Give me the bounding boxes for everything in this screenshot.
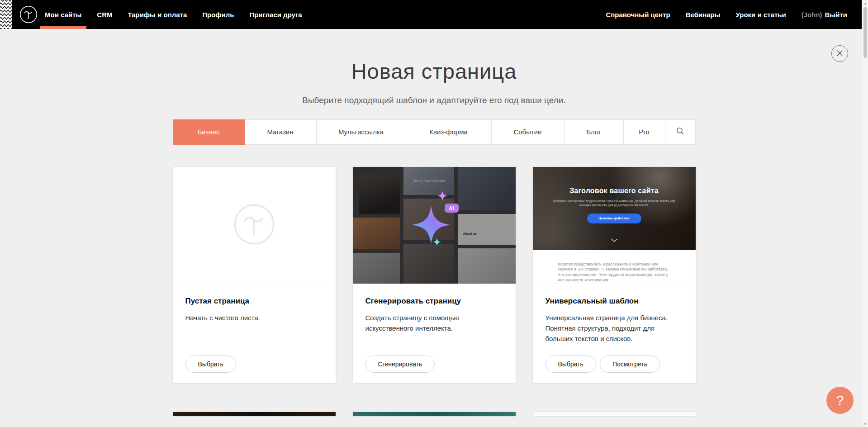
template-cards-row: Пустая страница Начать с чистого листа. …	[173, 167, 696, 383]
card-title: Сгенерировать страницу	[365, 297, 503, 306]
close-icon	[836, 50, 843, 58]
ai-badge: AI	[445, 204, 459, 213]
scrollbar-thumb[interactable]	[863, 7, 867, 58]
card-ai-generate: Title of Your Website About us	[353, 167, 516, 383]
tilda-logo-icon[interactable]	[19, 5, 38, 24]
template-category-tabs: Бизнес Магазин Мультиссылка Квиз-форма С…	[173, 119, 696, 145]
nav-item-profile[interactable]: Профиль	[202, 0, 234, 29]
tab-business[interactable]: Бизнес	[173, 119, 245, 145]
template-cards-row-2	[173, 412, 696, 416]
nav-item-help-center[interactable]: Справочный центр	[606, 0, 670, 29]
partial-card-preview	[533, 412, 696, 416]
preview-universal-button[interactable]: Посмотреть	[600, 356, 660, 373]
nav-item-my-sites[interactable]: Мои сайты	[45, 0, 81, 29]
card-title: Пустая страница	[185, 297, 323, 306]
main-nav: Мои сайты CRM Тарифы и оплата Профиль Пр…	[45, 0, 302, 29]
search-tab[interactable]	[665, 119, 696, 145]
logout-link[interactable]: Выйти	[825, 11, 847, 19]
template-hero-title: Заголовок вашего сайта	[533, 187, 696, 195]
select-blank-button[interactable]: Выбрать	[185, 356, 236, 373]
scrollbar-up-arrow[interactable]: ▲	[862, 0, 868, 6]
secondary-nav: Справочный центр Вебинары Уроки и статьи…	[606, 0, 847, 29]
scrollbar-down-arrow[interactable]: ▼	[862, 421, 868, 427]
template-hero-section: Заголовок вашего сайта Добавьте интересн…	[533, 167, 696, 250]
nav-item-invite-friend[interactable]: Пригласи друга	[249, 0, 302, 29]
universal-template-preview: Заголовок вашего сайта Добавьте интересн…	[533, 167, 696, 284]
ai-sparkle-small-bottom-icon	[432, 237, 441, 247]
card-description: Универсальная страница для бизнеса. Поня…	[545, 313, 683, 344]
tab-multilink[interactable]: Мультиссылка	[317, 119, 406, 145]
card-description: Начать с чистого листа.	[185, 313, 323, 323]
ai-preview-collage: Title of Your Website About us	[353, 167, 516, 284]
tilda-watermark-icon	[233, 203, 275, 247]
close-button[interactable]	[831, 45, 848, 62]
tab-event[interactable]: Событие	[492, 119, 564, 145]
blank-page-preview	[173, 167, 336, 284]
select-universal-button[interactable]: Выбрать	[545, 356, 596, 373]
ai-sparkle-small-top-icon	[437, 190, 448, 201]
new-page-dialog: Новая страница Выберите подходящий шабло…	[173, 60, 696, 416]
template-hero-subtitle: Добавьте интересные подробности о вашей …	[549, 199, 680, 208]
card-universal-template: Заголовок вашего сайта Добавьте интересн…	[533, 167, 696, 383]
help-button[interactable]: ?	[826, 387, 854, 414]
template-cta-button: Целевое действие	[587, 214, 641, 223]
card-title: Универсальный шаблон	[545, 297, 683, 306]
page-subtitle: Выберите подходящий шаблон и адаптируйте…	[173, 95, 696, 105]
tab-store[interactable]: Магазин	[245, 119, 317, 145]
top-navbar: Мои сайты CRM Тарифы и оплата Профиль Пр…	[0, 0, 868, 29]
partial-card-preview	[173, 412, 336, 416]
chevron-down-icon	[611, 236, 618, 244]
template-body-text: Коротко представьтесь и расскажите о ком…	[558, 262, 670, 283]
nav-item-crm[interactable]: CRM	[97, 0, 112, 29]
user-session: (John) Выйти	[802, 11, 847, 19]
tab-pro[interactable]: Pro	[624, 119, 665, 145]
search-icon	[676, 127, 684, 137]
generate-button[interactable]: Сгенерировать	[365, 356, 435, 373]
nav-item-tariffs[interactable]: Тарифы и оплата	[128, 0, 187, 29]
page-title: Новая страница	[173, 60, 696, 83]
partial-card-preview	[353, 412, 516, 416]
card-description: Создать страницу с помощью искусственног…	[365, 313, 479, 334]
user-name-label: (John)	[802, 11, 822, 19]
nav-item-lessons[interactable]: Уроки и статьи	[736, 0, 786, 29]
nav-item-webinars[interactable]: Вебинары	[686, 0, 721, 29]
tab-quiz-form[interactable]: Квиз-форма	[406, 119, 492, 145]
card-blank-page: Пустая страница Начать с чистого листа. …	[173, 167, 336, 383]
page-scrollbar[interactable]: ▲ ▼	[862, 0, 868, 427]
template-body-section: Коротко представьтесь и расскажите о ком…	[533, 250, 696, 284]
tab-blog[interactable]: Блог	[564, 119, 624, 145]
zigzag-pattern	[0, 0, 12, 29]
